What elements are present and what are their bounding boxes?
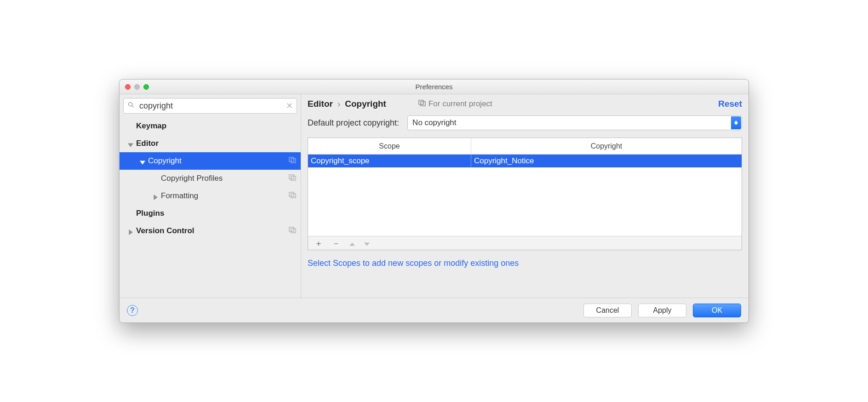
- reset-button[interactable]: Reset: [718, 99, 742, 109]
- svg-rect-13: [291, 229, 296, 233]
- dialog-footer: ? Cancel Apply OK: [120, 298, 748, 322]
- search-input[interactable]: [139, 101, 286, 111]
- cell-copyright: Copyright_Notice: [471, 155, 742, 167]
- svg-marker-3: [140, 161, 145, 164]
- window-title: Preferences: [120, 83, 748, 91]
- tree-item-formatting[interactable]: Formatting: [120, 187, 301, 205]
- chevron-down-icon: [140, 158, 145, 164]
- table-row[interactable]: Copyright_scope Copyright_Notice: [308, 155, 742, 167]
- svg-rect-10: [291, 194, 296, 198]
- remove-button[interactable]: －: [332, 239, 340, 247]
- default-copyright-value: No copyright: [412, 118, 456, 127]
- column-header-scope[interactable]: Scope: [308, 138, 471, 154]
- svg-point-0: [129, 103, 132, 106]
- default-copyright-select[interactable]: No copyright: [407, 115, 742, 130]
- svg-rect-9: [289, 192, 294, 196]
- copyright-scopes-table: Scope Copyright Copyright_scope Copyrigh…: [308, 138, 742, 250]
- svg-rect-15: [421, 102, 425, 106]
- breadcrumb-root[interactable]: Editor: [308, 99, 333, 109]
- svg-rect-14: [419, 100, 423, 104]
- cancel-button[interactable]: Cancel: [583, 304, 632, 317]
- tree-item-plugins[interactable]: Plugins: [120, 205, 301, 222]
- chevron-right-icon: [128, 228, 133, 234]
- clear-search-icon[interactable]: ✕: [286, 101, 293, 111]
- ok-button[interactable]: OK: [693, 304, 741, 317]
- move-down-button[interactable]: [364, 239, 370, 247]
- add-button[interactable]: ＋: [314, 239, 323, 247]
- breadcrumb-separator: ›: [337, 99, 340, 109]
- svg-marker-19: [364, 242, 370, 246]
- breadcrumb: Editor › Copyright For current project R…: [308, 99, 742, 109]
- project-scope-icon: [289, 174, 296, 183]
- project-scope-icon: [289, 191, 296, 201]
- svg-marker-17: [734, 123, 738, 125]
- apply-button[interactable]: Apply: [638, 304, 686, 317]
- search-field[interactable]: ✕: [123, 98, 297, 114]
- column-header-copyright[interactable]: Copyright: [471, 138, 742, 154]
- select-stepper-icon: [731, 116, 741, 129]
- tree-item-editor[interactable]: Editor: [120, 135, 301, 152]
- svg-rect-12: [289, 227, 294, 231]
- search-icon: [127, 101, 135, 110]
- breadcrumb-leaf: Copyright: [345, 99, 386, 109]
- main-panel: Editor › Copyright For current project R…: [301, 94, 748, 298]
- svg-marker-8: [154, 195, 157, 200]
- svg-rect-4: [289, 157, 294, 161]
- svg-rect-5: [291, 159, 296, 163]
- project-scope-icon: [289, 156, 296, 166]
- cell-scope: Copyright_scope: [308, 155, 471, 167]
- svg-marker-2: [128, 143, 133, 147]
- table-toolbar: ＋ －: [308, 236, 742, 250]
- chevron-right-icon: [153, 193, 158, 199]
- svg-marker-18: [349, 242, 355, 246]
- chevron-down-icon: [128, 141, 133, 146]
- preferences-window: Preferences ✕ Keymap Editor: [119, 79, 749, 323]
- tree-item-keymap[interactable]: Keymap: [120, 117, 301, 135]
- help-button[interactable]: ?: [127, 305, 138, 316]
- svg-rect-6: [289, 175, 294, 179]
- project-scope-hint: For current project: [418, 99, 492, 109]
- sidebar: ✕ Keymap Editor Copyright Copyright Prof…: [120, 94, 301, 298]
- titlebar: Preferences: [120, 80, 748, 94]
- move-up-button[interactable]: [349, 239, 355, 247]
- tree-item-copyright-profiles[interactable]: Copyright Profiles: [120, 170, 301, 187]
- project-scope-icon: [418, 99, 426, 109]
- tree-item-version-control[interactable]: Version Control: [120, 222, 301, 240]
- preferences-tree: Keymap Editor Copyright Copyright Profil…: [120, 115, 301, 298]
- svg-rect-7: [291, 176, 296, 180]
- default-copyright-label: Default project copyright:: [308, 118, 399, 128]
- select-scopes-link[interactable]: Select Scopes to add new scopes or modif…: [308, 258, 742, 268]
- project-scope-icon: [289, 226, 296, 235]
- svg-marker-11: [129, 230, 132, 235]
- svg-line-1: [132, 106, 133, 107]
- tree-item-copyright[interactable]: Copyright: [120, 152, 301, 170]
